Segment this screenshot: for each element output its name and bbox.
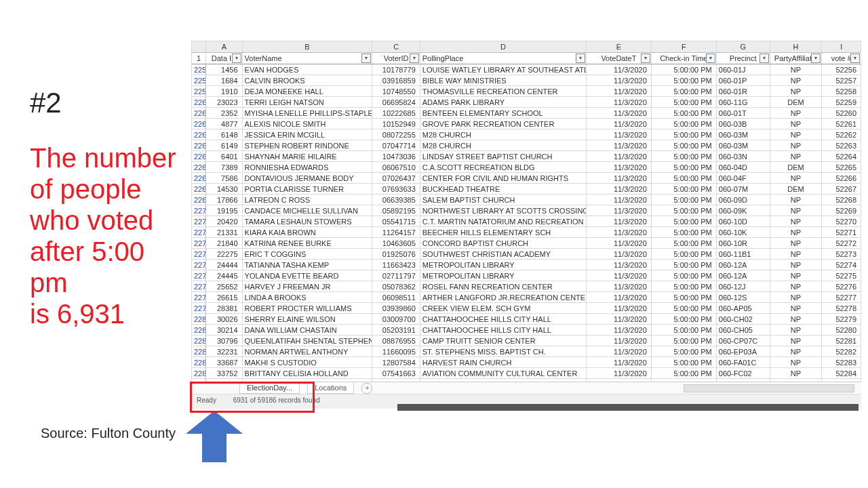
table-row[interactable]: 22591910DEJA MONEEKE HALL10748550THOMASV…	[192, 86, 861, 97]
cell[interactable]: 5:00:00 PM	[651, 227, 716, 238]
cell[interactable]: 52264	[822, 151, 861, 162]
cell[interactable]: 5:00:00 PM	[651, 97, 716, 108]
cell[interactable]: 21331	[206, 227, 242, 238]
cell[interactable]: 03939860	[372, 303, 420, 314]
cell[interactable]: 02711797	[372, 270, 420, 281]
cell[interactable]: 060-09D	[716, 195, 770, 205]
cell[interactable]: NP	[770, 270, 822, 281]
cell[interactable]: 24445	[206, 270, 242, 281]
table-row[interactable]: 227221331KIARA KAIA BROWN11264157BEECHER…	[192, 227, 861, 238]
cell[interactable]: 52276	[822, 281, 861, 292]
cell[interactable]: 06695824	[372, 97, 420, 108]
cell[interactable]: 11/3/2020	[586, 205, 651, 216]
cell[interactable]: 5:00:00 PM	[651, 75, 716, 86]
row-number[interactable]: 2274	[192, 249, 206, 260]
cell[interactable]: NP	[770, 86, 822, 97]
cell[interactable]: 08072255	[372, 129, 420, 140]
filter-dropdown-icon[interactable]: ▾	[576, 54, 585, 63]
cell[interactable]: LOUISE WATLEY LIBRARY AT SOUTHEAST ATLA	[420, 64, 586, 75]
cell[interactable]: 5:00:00 PM	[651, 205, 716, 216]
cell[interactable]: ERIC T COGGINS	[242, 249, 372, 260]
tab-electionday[interactable]: ElectionDay...	[239, 382, 300, 394]
cell[interactable]: NP	[770, 292, 822, 303]
row1-label[interactable]: 1	[192, 53, 206, 64]
cell[interactable]: ROBERT PROCTER WILLIAMS	[242, 303, 372, 314]
row-number[interactable]: 2284	[192, 357, 206, 368]
filter-dropdown-icon[interactable]: ▾	[232, 54, 241, 63]
cell[interactable]: 060-01J	[716, 64, 770, 75]
cell[interactable]: 07541663	[372, 368, 420, 379]
row-number[interactable]: 2273	[192, 238, 206, 249]
cell[interactable]: 52281	[822, 336, 861, 346]
cell[interactable]: 23023	[206, 97, 242, 108]
cell[interactable]: 7586	[206, 173, 242, 184]
cell[interactable]: 11/3/2020	[586, 292, 651, 303]
cell[interactable]: 060-11B1	[716, 249, 770, 260]
cell[interactable]: 11/3/2020	[586, 173, 651, 184]
filter-dropdown-icon[interactable]: ▾	[760, 54, 769, 63]
cell[interactable]: SHAYNAH MARIE HILAIRE	[242, 151, 372, 162]
cell[interactable]: NP	[770, 314, 822, 325]
cell[interactable]: NP	[770, 303, 822, 314]
cell[interactable]: 33687	[206, 357, 242, 368]
cell[interactable]: 5:00:00 PM	[651, 260, 716, 270]
cell[interactable]: 11264157	[372, 227, 420, 238]
row-number[interactable]: 2278	[192, 292, 206, 303]
cell[interactable]: 11/3/2020	[586, 238, 651, 249]
cell[interactable]: 52261	[822, 119, 861, 129]
cell[interactable]: 52283	[822, 357, 861, 368]
cell[interactable]: 11/3/2020	[586, 357, 651, 368]
cell[interactable]: 11/3/2020	[586, 64, 651, 75]
cell[interactable]: CHATTAHOOCHEE HILLS CITY HALL	[420, 314, 586, 325]
cell[interactable]: 5:00:00 PM	[651, 216, 716, 227]
cell[interactable]: 060-11G	[716, 97, 770, 108]
filter-dropdown-icon[interactable]: ▾	[361, 54, 371, 63]
column-letter-row[interactable]: A B C D E F G H I	[192, 41, 861, 53]
row-number[interactable]: 2266	[192, 162, 206, 173]
cell[interactable]: GROVE PARK RECREATION CENTER	[420, 119, 586, 129]
table-row[interactable]: 227019195CANDACE MICHELLE SULLIVAN058921…	[192, 205, 861, 216]
cell[interactable]: ARTHER LANGFORD JR.RECREATION CENTER	[420, 292, 586, 303]
cell[interactable]: MYISHA LENELLE PHILLIPS-STAPLETON	[242, 108, 372, 119]
cell[interactable]: 060-CH02	[716, 314, 770, 325]
cell[interactable]: NP	[770, 129, 822, 140]
header-votername[interactable]: VoterName▾	[242, 53, 372, 64]
cell[interactable]: SOUTHWEST CHRISTIAN ACADEMY	[420, 249, 586, 260]
cell[interactable]: 5:00:00 PM	[651, 281, 716, 292]
cell[interactable]: NP	[770, 119, 822, 129]
cell[interactable]: 2352	[206, 108, 242, 119]
table-row[interactable]: 22624877ALEXIS NICOLE SMITH10152949GROVE…	[192, 119, 861, 129]
cell[interactable]: 060-10K	[716, 227, 770, 238]
cell[interactable]: MAKHI S CUSTODIO	[242, 357, 372, 368]
table-row[interactable]: 227928381ROBERT PROCTER WILLIAMS03939860…	[192, 303, 861, 314]
header-checkin[interactable]: Check-in Time▾	[651, 53, 716, 64]
cell[interactable]: 52259	[822, 97, 861, 108]
cell[interactable]: 11663423	[372, 260, 420, 270]
cell[interactable]: 5:00:00 PM	[651, 151, 716, 162]
cell[interactable]: 1910	[206, 86, 242, 97]
cell[interactable]: NORTHWEST LIBRARY AT SCOTTS CROSSINGS	[420, 205, 586, 216]
cell[interactable]: 11/3/2020	[586, 270, 651, 281]
cell[interactable]: 060-03B	[716, 119, 770, 129]
select-all-cell[interactable]	[192, 41, 206, 53]
cell[interactable]: 5:00:00 PM	[651, 325, 716, 336]
cell[interactable]: BRITTANY CELISIA HOLLAND	[242, 368, 372, 379]
cell[interactable]: NP	[770, 75, 822, 86]
cell[interactable]: ROSEL FANN RECREATION CENTER	[420, 281, 586, 292]
cell[interactable]: 21840	[206, 238, 242, 249]
cell[interactable]: DEJA MONEEKE HALL	[242, 86, 372, 97]
row-number[interactable]: 2269	[192, 195, 206, 205]
cell[interactable]: 07693633	[372, 184, 420, 195]
cell[interactable]: 060-12A	[716, 270, 770, 281]
cell[interactable]: 30026	[206, 314, 242, 325]
cell[interactable]: 33752	[206, 368, 242, 379]
table-row[interactable]: 22636148JESSICA ERIN MCGILL08072255M28 C…	[192, 129, 861, 140]
cell[interactable]: NP	[770, 151, 822, 162]
cell[interactable]: CALVIN BROOKS	[242, 75, 372, 86]
cell[interactable]: QUEENLATIFAH SHENTAL STEPHENS	[242, 336, 372, 346]
table-row[interactable]: 226814530PORTIA CLARISSE TURNER07693633B…	[192, 184, 861, 195]
cell[interactable]: NP	[770, 227, 822, 238]
cell[interactable]: 5:00:00 PM	[651, 303, 716, 314]
cell[interactable]: CENTER FOR CIVIL AND HUMAN RIGHTS	[420, 173, 586, 184]
row-number[interactable]: 2271	[192, 216, 206, 227]
